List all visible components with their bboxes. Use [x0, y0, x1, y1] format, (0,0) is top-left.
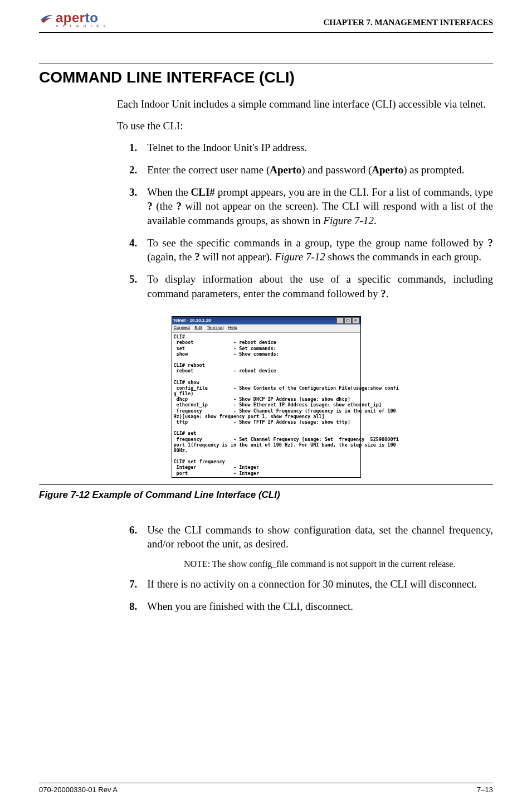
step-8: 8.When you are finished with the CLI, di…: [129, 599, 493, 614]
swoosh-icon: [39, 11, 55, 27]
menu-connect: Connect: [174, 325, 191, 332]
step-6: 6.Use the CLI commands to show configura…: [129, 523, 493, 551]
terminal-body: CLI# reboot - reboot device set - Set co…: [172, 333, 360, 477]
minimize-icon: _: [336, 317, 344, 324]
terminal-window: Telnet - 10.10.1.10 _ ▢ × Connect Edit T…: [172, 316, 361, 478]
menu-terminal: Terminal: [207, 325, 223, 332]
step-1-text: Telnet to the Indoor Unit's IP address.: [147, 140, 307, 155]
logo: aperto n e t w o r k s: [39, 11, 108, 28]
step-4-text: To see the specific commands in a group,…: [147, 236, 493, 264]
lead-paragraph: To use the CLI:: [117, 119, 493, 133]
menu-help: Help: [228, 325, 237, 332]
terminal-titlebar: Telnet - 10.10.1.10 _ ▢ ×: [172, 317, 360, 324]
header-rule: [39, 32, 493, 33]
terminal-menubar: Connect Edit Terminal Help: [172, 324, 360, 333]
step-2: 2. Enter the correct user name (Aperto) …: [129, 163, 493, 177]
step-4: 4. To see the specific commands in a gro…: [129, 236, 493, 264]
note: NOTE: The show config_file command is no…: [184, 559, 493, 569]
intro-paragraph: Each Indoor Unit includes a simple comma…: [117, 98, 493, 111]
step-3-text: When the CLI# prompt appears, you are in…: [147, 185, 493, 228]
step-6-text: Use the CLI commands to show configurati…: [147, 523, 493, 551]
section-rule: [39, 64, 493, 64]
terminal-title: Telnet - 10.10.1.10: [173, 318, 211, 323]
page-header: aperto n e t w o r k s CHAPTER 7. MANAGE…: [39, 11, 493, 28]
menu-edit: Edit: [194, 325, 202, 332]
close-icon: ×: [352, 317, 359, 324]
page-footer: 070-20000330-01 Rev A 7–13: [39, 783, 493, 794]
footer-left: 070-20000330-01 Rev A: [39, 785, 118, 794]
step-2-text: Enter the correct user name (Aperto) and…: [147, 163, 464, 177]
section-title: COMMAND LINE INTERFACE (CLI): [39, 69, 493, 86]
step-8-text: When you are finished with the CLI, disc…: [147, 599, 353, 614]
logo-text-blue: to: [85, 10, 99, 25]
step-1: 1.Telnet to the Indoor Unit's IP address…: [129, 140, 493, 155]
step-3: 3. When the CLI# prompt appears, you are…: [129, 185, 493, 228]
step-5: 5. To display information about the use …: [129, 272, 493, 300]
step-7: 7.If there is no activity on a connectio…: [129, 577, 493, 591]
maximize-icon: ▢: [344, 317, 352, 324]
footer-right: 7–13: [477, 785, 493, 794]
logo-subtext: n e t w o r k s: [56, 24, 108, 28]
logo-text-red: aper: [56, 10, 85, 25]
step-list-2: 6.Use the CLI commands to show configura…: [129, 523, 493, 551]
terminal-figure: Telnet - 10.10.1.10 _ ▢ × Connect Edit T…: [172, 316, 361, 478]
chapter-label: CHAPTER 7. MANAGEMENT INTERFACES: [324, 18, 493, 27]
step-7-text: If there is no activity on a connection …: [147, 577, 477, 591]
figure-rule: [39, 484, 493, 485]
step-list-3: 7.If there is no activity on a connectio…: [129, 577, 493, 613]
step-5-text: To display information about the use of …: [147, 272, 493, 300]
figure-caption: Figure 7-12 Example of Command Line Inte…: [39, 489, 493, 501]
window-controls: _ ▢ ×: [336, 317, 359, 324]
step-list: 1.Telnet to the Indoor Unit's IP address…: [129, 140, 493, 300]
